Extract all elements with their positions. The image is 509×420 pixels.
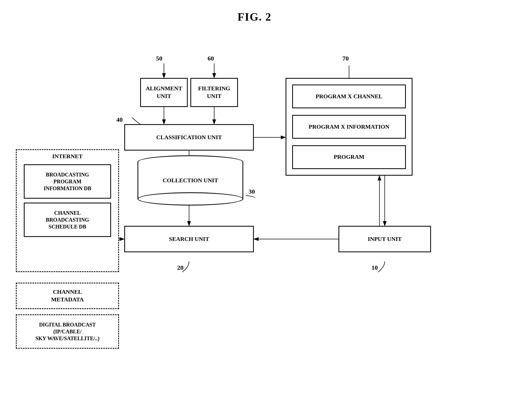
collection-unit-box: COLLECTION UNIT	[137, 155, 243, 206]
ref-30: 30	[249, 188, 255, 195]
program-box: PROGRAM	[292, 145, 406, 169]
ref-10: 10	[372, 264, 378, 271]
filtering-unit-box: FILTERING UNIT	[190, 78, 238, 107]
channel-metadata-box: CHANNELMETADATA	[16, 283, 119, 309]
program-x-information-box: PROGRAM X INFORMATION	[292, 115, 406, 139]
ref-20: 20	[177, 264, 184, 271]
program-x-channel-box: PROGRAM X CHANNEL	[292, 85, 406, 108]
channel-broadcasting-db-box: CHANNELBROADCASTINGSCHEDULE DB	[24, 203, 111, 237]
ref-70: 70	[342, 55, 349, 62]
broadcasting-program-db-box: BROADCASTINGPROGRAMINFORMATION DB	[24, 164, 111, 199]
ref-40: 40	[116, 116, 123, 123]
page-title: FIG. 2	[0, 0, 509, 23]
classification-unit-box: CLASSIFICATION UNIT	[124, 124, 254, 151]
digital-broadcast-box: DIGITAL BROADCAST(IP/CABLE/SKY WAVE/SATE…	[16, 314, 119, 349]
search-unit-box: SEARCH UNIT	[124, 226, 254, 252]
alignment-unit-box: ALIGNMENT UNIT	[140, 78, 188, 107]
ref-50: 50	[156, 55, 162, 62]
input-unit-box: INPUT UNIT	[338, 226, 431, 252]
internet-group-box: INTERNET BROADCASTINGPROGRAMINFORMATION …	[16, 149, 119, 272]
program-channel-outer-box: PROGRAM X CHANNEL PROGRAM X INFORMATION …	[286, 78, 412, 176]
ref-60: 60	[208, 55, 214, 62]
